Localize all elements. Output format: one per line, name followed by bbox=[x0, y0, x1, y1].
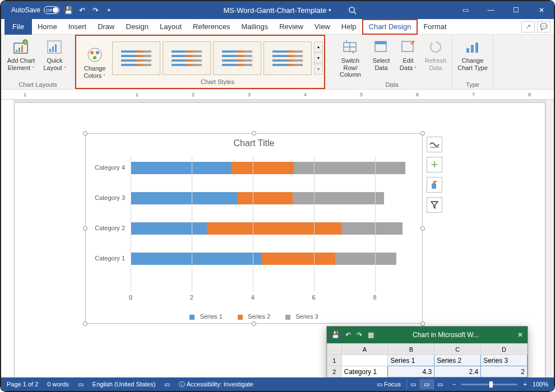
edit-data-button[interactable]: Edit Data ˅ bbox=[397, 37, 419, 71]
tab-design[interactable]: Design bbox=[121, 19, 154, 35]
excel-grid[interactable]: ABCD1Series 1Series 2Series 32Category 1… bbox=[327, 343, 528, 377]
tab-mailings[interactable]: Mailings bbox=[236, 19, 274, 35]
share-icon[interactable]: ↗ bbox=[521, 21, 535, 32]
word-count[interactable]: 0 words bbox=[47, 381, 69, 388]
macro-icon[interactable]: ▭ bbox=[164, 381, 170, 388]
tab-home[interactable]: Home bbox=[32, 19, 63, 35]
tab-insert[interactable]: Insert bbox=[63, 19, 92, 35]
horizontal-ruler[interactable]: 1 1 2 3 4 5 6 7 8 bbox=[1, 90, 554, 100]
search-icon[interactable] bbox=[348, 6, 357, 15]
resize-handle-se[interactable] bbox=[420, 321, 425, 326]
bar-segment-series-1[interactable] bbox=[131, 253, 262, 265]
tab-layout[interactable]: Layout bbox=[154, 19, 187, 35]
switch-row-column-button[interactable]: Switch Row/ Column bbox=[335, 37, 366, 78]
bar-segment-series-3[interactable] bbox=[341, 222, 403, 235]
bar-row[interactable] bbox=[131, 222, 405, 235]
resize-handle-ne[interactable] bbox=[420, 131, 425, 136]
vertical-ruler[interactable] bbox=[1, 100, 15, 377]
redo-icon[interactable]: ↷ bbox=[91, 6, 100, 15]
print-layout-icon[interactable]: ▭ bbox=[420, 379, 433, 389]
gallery-up-icon[interactable]: ▴ bbox=[314, 41, 323, 52]
tab-file[interactable]: File bbox=[4, 19, 32, 35]
chart-style-2[interactable] bbox=[163, 41, 211, 75]
excel-redo-icon[interactable]: ↷ bbox=[357, 331, 362, 339]
layout-options-icon[interactable] bbox=[427, 137, 442, 152]
chart-elements-icon[interactable]: + bbox=[427, 157, 442, 172]
undo-icon[interactable]: ↶ bbox=[77, 6, 86, 15]
bar-row[interactable] bbox=[131, 162, 405, 174]
chart-style-1[interactable] bbox=[112, 41, 160, 75]
web-layout-icon[interactable]: ▭ bbox=[433, 379, 447, 389]
chart-object[interactable]: Chart Title Category 4Category 3Category… bbox=[85, 133, 423, 324]
zoom-level[interactable]: 100% bbox=[533, 381, 548, 388]
ribbon-display-icon[interactable]: ▭ bbox=[453, 1, 478, 19]
minimize-icon[interactable]: — bbox=[478, 1, 503, 19]
bar-row[interactable] bbox=[131, 192, 405, 204]
change-colors-button[interactable]: Change Colors ˅ bbox=[81, 45, 109, 79]
chart-styles-gallery[interactable]: ▴ ▾ ▿ bbox=[112, 39, 323, 75]
bar-row[interactable] bbox=[131, 253, 405, 265]
add-chart-element-button[interactable]: + Add Chart Element ˅ bbox=[6, 37, 36, 71]
zoom-in-icon[interactable]: + bbox=[523, 381, 526, 388]
excel-undo-icon[interactable]: ↶ bbox=[345, 331, 351, 339]
zoom-slider[interactable] bbox=[461, 384, 517, 385]
chart-filters-icon[interactable] bbox=[427, 197, 442, 213]
bar-segment-series-1[interactable] bbox=[131, 162, 231, 174]
chart-legend[interactable]: Series 1 Series 2 Series 3 bbox=[86, 313, 422, 320]
maximize-icon[interactable]: ☐ bbox=[503, 1, 529, 19]
autosave-toggle[interactable]: AutoSave Off bbox=[11, 6, 59, 14]
select-data-button[interactable]: Select Data bbox=[369, 37, 394, 71]
bar-segment-series-2[interactable] bbox=[238, 192, 293, 204]
vertical-scrollbar[interactable] bbox=[545, 100, 554, 377]
tab-review[interactable]: Review bbox=[274, 19, 309, 35]
close-icon[interactable]: ✕ bbox=[529, 1, 554, 19]
language-indicator[interactable]: English (United States) bbox=[92, 381, 156, 388]
excel-data-window[interactable]: 💾 ↶ ↷ ▦ Chart in Microsoft W... ✕ ABCD1S… bbox=[326, 326, 528, 377]
focus-mode-button[interactable]: ▭ Focus bbox=[377, 381, 401, 388]
chart-style-4[interactable] bbox=[263, 41, 312, 75]
resize-handle-nw[interactable] bbox=[83, 131, 87, 136]
bar-segment-series-1[interactable] bbox=[131, 192, 238, 204]
excel-save-icon[interactable]: 💾 bbox=[331, 331, 340, 339]
bar-segment-series-2[interactable] bbox=[231, 162, 294, 174]
bar-segment-series-2[interactable] bbox=[207, 222, 341, 235]
tab-view[interactable]: View bbox=[309, 19, 336, 35]
excel-close-icon[interactable]: ✕ bbox=[517, 331, 523, 339]
tab-chart-design[interactable]: Chart Design bbox=[362, 19, 418, 35]
x-tick: 2 bbox=[190, 294, 193, 301]
save-icon[interactable]: 💾 bbox=[64, 6, 73, 15]
spellcheck-icon[interactable]: ▭ bbox=[78, 381, 84, 388]
autosave-label: AutoSave bbox=[11, 6, 40, 14]
toggle-off-icon[interactable]: Off bbox=[44, 6, 59, 14]
resize-handle-e[interactable] bbox=[420, 226, 425, 231]
accessibility-indicator[interactable]: ⓘ Accessibility: Investigate bbox=[179, 380, 253, 389]
gallery-down-icon[interactable]: ▾ bbox=[314, 53, 323, 63]
resize-handle-n[interactable] bbox=[252, 131, 256, 136]
excel-grid-icon[interactable]: ▦ bbox=[368, 331, 374, 339]
page-indicator[interactable]: Page 1 of 2 bbox=[7, 381, 38, 388]
bar-segment-series-3[interactable] bbox=[294, 162, 405, 174]
change-colors-icon bbox=[86, 46, 104, 64]
comments-icon[interactable]: 💬 bbox=[537, 21, 551, 32]
bar-segment-series-3[interactable] bbox=[293, 192, 384, 204]
tab-references[interactable]: References bbox=[187, 19, 235, 35]
qat-dropdown-icon[interactable]: ▾ bbox=[104, 6, 113, 15]
change-chart-type-button[interactable]: Change Chart Type bbox=[456, 37, 489, 71]
chart-styles-icon[interactable] bbox=[427, 177, 442, 193]
bar-segment-series-2[interactable] bbox=[262, 253, 335, 265]
tab-draw[interactable]: Draw bbox=[92, 19, 120, 35]
resize-handle-sw[interactable] bbox=[83, 321, 87, 326]
bar-segment-series-3[interactable] bbox=[335, 253, 396, 265]
gallery-more-icon[interactable]: ▿ bbox=[314, 64, 323, 74]
read-mode-icon[interactable]: ▭ bbox=[406, 379, 420, 389]
chart-style-3[interactable] bbox=[213, 41, 261, 75]
tab-help[interactable]: Help bbox=[336, 19, 362, 35]
bar-segment-series-1[interactable] bbox=[131, 222, 207, 235]
change-chart-type-icon bbox=[464, 38, 482, 56]
tab-format[interactable]: Format bbox=[418, 19, 452, 35]
resize-handle-s[interactable] bbox=[252, 321, 256, 326]
quick-layout-button[interactable]: Quick Layout ˅ bbox=[40, 37, 70, 71]
chart-plot-area[interactable]: Category 4Category 3Category 2Category 1 bbox=[114, 156, 405, 290]
chart-title[interactable]: Chart Title bbox=[86, 134, 422, 151]
zoom-out-icon[interactable]: − bbox=[452, 381, 456, 388]
